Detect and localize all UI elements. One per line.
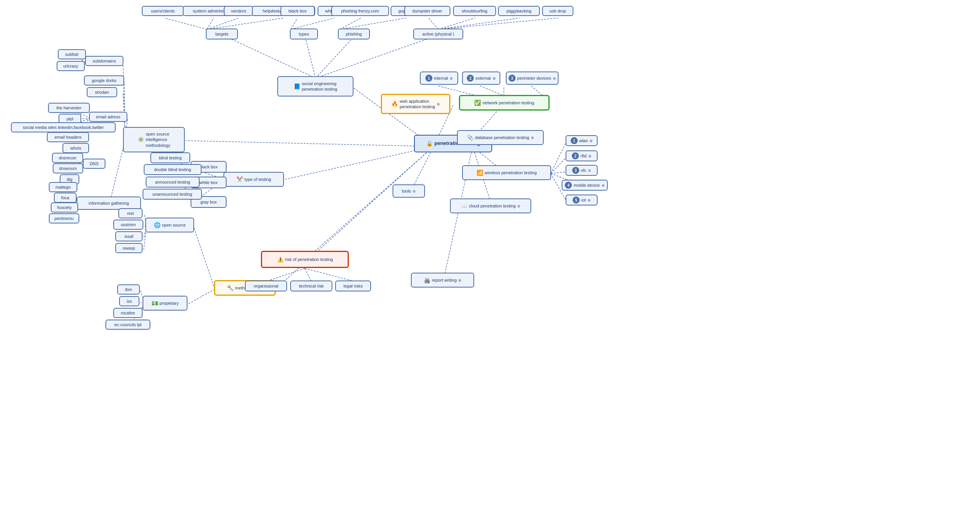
node-social-engineering: 📘 social engineeringpenetration testing bbox=[277, 76, 353, 96]
svg-line-38 bbox=[123, 63, 125, 133]
node-email-headers: email headers bbox=[47, 132, 89, 142]
fire-icon: 🔥 bbox=[391, 100, 398, 107]
node-whois: whois bbox=[62, 143, 89, 153]
svg-line-29 bbox=[438, 18, 475, 29]
node-targets: targets bbox=[206, 29, 238, 39]
check-icon: ✅ bbox=[474, 99, 481, 106]
node-nist: nist bbox=[118, 208, 143, 218]
node-legal-risks: legal risks bbox=[335, 280, 371, 291]
svg-line-10 bbox=[305, 146, 434, 260]
svg-line-34 bbox=[551, 172, 566, 173]
svg-line-28 bbox=[428, 18, 438, 29]
node-perimeter-devices: 3 perimeter devices ⊕ bbox=[506, 71, 559, 85]
node-email-address: email adress bbox=[89, 112, 127, 122]
svg-line-21 bbox=[207, 18, 214, 29]
node-blind-testing: blind testing bbox=[150, 152, 190, 163]
node-organisational: organisaonal bbox=[245, 280, 287, 291]
node-types-se: types bbox=[290, 29, 318, 39]
cloud-icon: ☁️ bbox=[461, 202, 468, 209]
node-dns: DNS bbox=[83, 159, 105, 169]
svg-line-62 bbox=[193, 226, 215, 289]
asterisk-icon: ✳️ bbox=[137, 136, 144, 143]
svg-line-20 bbox=[164, 18, 207, 29]
node-unannounced: unannounced testing bbox=[143, 189, 202, 200]
svg-line-72 bbox=[266, 268, 305, 281]
svg-line-39 bbox=[124, 82, 125, 133]
node-ec-councils: ec-councils lpt bbox=[105, 320, 150, 330]
scissors-icon: ✂️ bbox=[236, 176, 243, 183]
node-fsociety: fsociety bbox=[51, 202, 78, 213]
node-propietary: 💵 propietary bbox=[143, 296, 187, 311]
node-owasp: owasp bbox=[115, 243, 143, 253]
node-iot: 5 iot ⊕ bbox=[566, 195, 598, 205]
node-internal: 1 internal ⊕ bbox=[420, 71, 458, 85]
node-piggybacking: piggybacking bbox=[498, 6, 540, 16]
node-open-source-intelligence: ✳️ open sourceintelligencemethodology bbox=[123, 127, 185, 152]
svg-line-17 bbox=[305, 35, 316, 78]
svg-line-74 bbox=[305, 268, 354, 281]
node-the-harvester: the harvester bbox=[48, 103, 90, 113]
node-pentmenu: pentmenu bbox=[49, 213, 79, 223]
node-open-source-method: 🌐 open source bbox=[145, 218, 194, 232]
node-wireless-penetration: 📶 wireless penetration testing bbox=[462, 165, 551, 180]
node-nfc: 3 nfc ⊕ bbox=[566, 165, 598, 176]
node-double-blind: double blind testing bbox=[144, 164, 202, 175]
node-google-dorks: google dorks bbox=[84, 75, 124, 86]
node-wlan: 1 wlan ⊕ bbox=[566, 135, 598, 146]
node-phishing-frenzy: phishing frenzy.com bbox=[331, 6, 389, 16]
node-rfid: 2 rfid ⊕ bbox=[566, 150, 598, 161]
node-maltego: maltego bbox=[49, 182, 77, 192]
node-phishing-se: phishing bbox=[338, 29, 370, 39]
node-risk-penetration: ⚠️ risk of penetration testing bbox=[261, 251, 349, 268]
node-type-of-testing: ✂️ type of testing bbox=[223, 172, 284, 187]
node-users-clients: users/clients bbox=[142, 6, 184, 16]
node-dumpster: dumpster driver bbox=[404, 6, 450, 16]
node-tools: tools ⊕ bbox=[393, 184, 425, 198]
node-foca: foca bbox=[54, 193, 77, 203]
node-technical-risk: technical risk bbox=[290, 280, 332, 291]
node-subdomains: subdomains bbox=[85, 56, 123, 66]
node-vendors: vendors bbox=[224, 6, 253, 16]
node-usb-drop: usb drop bbox=[542, 6, 573, 16]
svg-line-73 bbox=[305, 268, 311, 281]
svg-line-33 bbox=[551, 157, 566, 173]
node-shouldsurfing: shouldsurfing bbox=[453, 6, 496, 16]
warning-icon: ⚠️ bbox=[277, 256, 284, 263]
node-sublistr: sublistr bbox=[58, 49, 86, 59]
svg-line-37 bbox=[109, 141, 125, 204]
node-shodan: shodan bbox=[87, 87, 117, 97]
node-mobile-device: 4 mobile device ⊕ bbox=[562, 180, 608, 191]
node-urlcrazy: urlcrazy bbox=[57, 61, 85, 71]
svg-line-3 bbox=[186, 141, 434, 146]
node-external: 2 external ⊕ bbox=[462, 71, 500, 85]
svg-line-4 bbox=[283, 146, 434, 180]
svg-line-18 bbox=[316, 35, 355, 78]
facebook-icon: 📘 bbox=[294, 83, 300, 90]
wifi-icon: 📶 bbox=[477, 169, 483, 176]
svg-line-14 bbox=[531, 86, 543, 96]
node-network-penetration: ✅ network penetration testing bbox=[459, 95, 550, 111]
globe-icon: 🌐 bbox=[154, 222, 161, 229]
node-cloud-penetration: ☁️ cloud penetration testing ⊕ bbox=[450, 198, 531, 213]
svg-line-26 bbox=[340, 18, 361, 29]
svg-line-25 bbox=[291, 18, 334, 29]
svg-line-31 bbox=[438, 18, 558, 29]
node-osstmm: osstmm bbox=[113, 220, 143, 230]
node-active-physical: active (physical ) bbox=[413, 29, 463, 39]
node-report-writing: 🖨️ report writing ⊕ bbox=[411, 273, 474, 288]
money-icon: 💵 bbox=[152, 300, 158, 307]
svg-line-63 bbox=[187, 289, 215, 304]
node-ibm: ibm bbox=[117, 284, 140, 295]
lock-icon: 🔒 bbox=[426, 140, 433, 147]
node-web-application: 🔥 web applicationpenetration testing ⊕ bbox=[381, 94, 450, 114]
svg-line-32 bbox=[551, 142, 566, 173]
node-issaf: issaf bbox=[115, 231, 143, 241]
node-database-penetration: 📎 database penetration testing ⊕ bbox=[457, 130, 544, 145]
paperclip-icon: 📎 bbox=[467, 134, 473, 141]
node-dnsrecon: dnsrecon bbox=[52, 153, 83, 163]
svg-line-13 bbox=[480, 86, 504, 96]
svg-line-23 bbox=[207, 18, 284, 29]
node-social-media: social media sites linkedin,facebook,twi… bbox=[11, 122, 116, 132]
node-announced: announced testing bbox=[146, 177, 200, 188]
mindmap-canvas: 🔒 penetration testing 📘 social engineeri… bbox=[0, 0, 980, 527]
